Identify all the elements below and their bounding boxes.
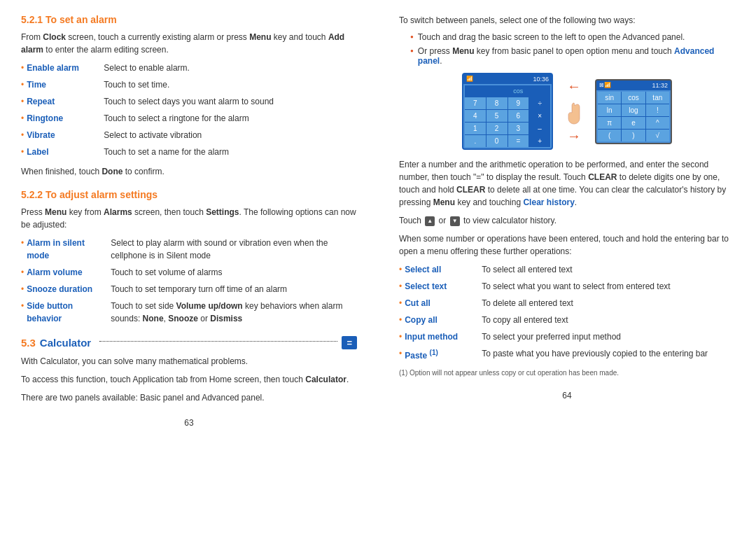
item-label-enable-alarm: Enable alarm <box>27 62 104 74</box>
calc-advanced-body: sin cos tan ln log ! π e ^ ( ) √ <box>596 90 671 143</box>
item-desc-select-text: To select what you want to select from e… <box>482 280 735 293</box>
calculator-advanced-screen: ⊠📶 11:32 sin cos tan ln log ! π e ^ ( <box>595 79 672 144</box>
item-label-side-button: Side buttonbehavior <box>27 300 111 325</box>
list-item: ● Touch and drag the basic screen to the… <box>410 32 735 42</box>
item-desc-side-button: Touch to set side Volume up/down key beh… <box>111 300 357 325</box>
switch-intro: To switch between panels, select one of … <box>399 14 735 27</box>
calc-cell: 1 <box>465 123 486 134</box>
list-item: ● Or press Menu key from basic panel to … <box>410 46 735 66</box>
calc-cell: 0 <box>486 135 507 147</box>
calc-basic-body: cos 7 8 9 ÷ 4 5 6 × 1 2 3 – . <box>463 84 552 148</box>
calc-basic-header: 📶 10:36 <box>463 74 552 84</box>
item-desc-paste: To paste what you have previously copied… <box>482 347 735 360</box>
bullet-icon: • <box>399 330 402 343</box>
calc-cell: cos <box>622 92 645 104</box>
bullet-icon: • <box>21 146 24 158</box>
calc-cell: π <box>598 117 621 129</box>
calc-history-text: Touch ▲ or ▼ to view calculator history. <box>399 214 735 227</box>
bullet-icon: • <box>21 95 24 108</box>
item-desc-time: Touch to set time. <box>104 78 357 91</box>
list-item: • Enable alarm Select to enable alarm. <box>21 62 357 74</box>
calc-cell: 7 <box>465 97 486 109</box>
bullet-icon: • <box>21 237 24 249</box>
item-label-silent-mode: Alarm in silentmode <box>27 237 111 262</box>
list-item: • Repeat Touch to select days you want a… <box>21 95 357 108</box>
section-522-intro: Press Menu key from Alarms screen, then … <box>21 206 357 231</box>
bullet-icon: • <box>399 263 402 276</box>
bullet-icon: • <box>21 283 24 295</box>
paste-footnote-ref: (1) <box>430 349 438 356</box>
footnote: (1) Option will not appear unless copy o… <box>399 369 735 377</box>
list-item: • Side buttonbehavior Touch to set side … <box>21 300 357 325</box>
item-label-ringtone: Ringtone <box>27 112 104 125</box>
calc-cell: 2 <box>486 123 507 134</box>
item-desc-input-method: To select your preferred input method <box>482 330 735 343</box>
page-number-right: 64 <box>399 391 735 400</box>
section-521-heading: 5.2.1 To set an alarm <box>21 14 357 25</box>
touch-hand-icon <box>560 97 588 125</box>
calculator-images-container: 📶 10:36 cos 7 8 9 ÷ 4 5 6 <box>399 73 735 150</box>
transition-arrows: ← → <box>560 78 588 144</box>
calc-cell: ÷ <box>529 97 550 109</box>
calc-cell: – <box>529 123 550 134</box>
calc-cell: + <box>529 135 550 147</box>
item-label-select-text: Select text <box>405 280 482 293</box>
list-item: • Vibrate Select to activate vibration <box>21 129 357 141</box>
calc-cell <box>465 85 507 97</box>
item-label-alarm-volume: Alarm volume <box>27 266 111 279</box>
item-label-paste: Paste (1) <box>405 347 482 362</box>
calc-cell: ) <box>622 130 645 141</box>
list-item: • Copy all To copy all entered text <box>399 314 735 326</box>
alarm-settings-list: • Enable alarm Select to enable alarm. •… <box>21 62 357 158</box>
item-desc-label: Touch to set a name for the alarm <box>104 146 357 158</box>
item-label-time: Time <box>27 78 104 91</box>
calc-cell: 8 <box>486 97 507 109</box>
bullet-icon: • <box>399 347 402 360</box>
bullet-icon: • <box>21 300 24 312</box>
item-desc-snooze: Touch to set temporary turn off time of … <box>111 283 357 295</box>
bullet-icon: • <box>21 266 24 279</box>
item-label-select-all: Select all <box>405 263 482 276</box>
list-item: • Alarm in silentmode Select to play ala… <box>21 237 357 262</box>
item-label-repeat: Repeat <box>27 95 104 108</box>
calc-cell: e <box>622 117 645 129</box>
item-label-snooze: Snooze duration <box>27 283 111 295</box>
calc-basic-signal: 📶 <box>466 76 473 83</box>
item-desc-silent-mode: Select to play alarm with sound or vibra… <box>111 237 357 262</box>
section-53-dots <box>99 341 337 342</box>
calc-cell: 4 <box>465 110 486 122</box>
bullet-icon: • <box>21 78 24 91</box>
switch-items-list: ● Touch and drag the basic screen to the… <box>410 32 735 66</box>
calculator-basic-screen: 📶 10:36 cos 7 8 9 ÷ 4 5 6 <box>462 73 553 150</box>
bullet-icon: • <box>21 129 24 141</box>
calc-cell: log <box>622 104 645 116</box>
item-label-input-method: Input method <box>405 330 482 343</box>
left-column: 5.2.1 To set an alarm From Clock screen,… <box>21 14 368 523</box>
calc-advanced-time: 11:32 <box>652 82 668 89</box>
page-number-left: 63 <box>21 418 357 428</box>
list-item: • Cut all To delete all entered text <box>399 297 735 309</box>
list-item: • Paste (1) To paste what you have previ… <box>399 347 735 362</box>
calc-basic-time: 10:36 <box>533 76 549 83</box>
down-arrow-icon: ▼ <box>450 216 460 226</box>
calculator-para2: To access this function, touch Applicati… <box>21 373 357 386</box>
switch-item-1: Touch and drag the basic screen to the l… <box>418 32 685 42</box>
section-522-heading: 5.2.2 To adjust alarm settings <box>21 189 357 200</box>
calculator-para1: With Calculator, you can solve many math… <box>21 355 357 368</box>
list-item: • Ringtone Touch to select a ringtone fo… <box>21 112 357 125</box>
calc-cell: 9 <box>508 97 529 109</box>
item-desc-alarm-volume: Touch to set volume of alarms <box>111 266 357 279</box>
list-item: • Alarm volume Touch to set volume of al… <box>21 266 357 279</box>
item-desc-vibrate: Select to activate vibration <box>104 129 357 141</box>
list-item: • Snooze duration Touch to set temporary… <box>21 283 357 295</box>
switch-item-2: Or press Menu key from basic panel to op… <box>418 46 735 66</box>
calc-basic-grid: cos 7 8 9 ÷ 4 5 6 × 1 2 3 – . <box>465 85 550 147</box>
item-label-copy-all: Copy all <box>405 314 482 326</box>
equals-icon: = <box>342 336 357 349</box>
calculator-para3: There are two panels available: Basic pa… <box>21 391 357 404</box>
calc-cell: sin <box>598 92 621 104</box>
right-arrow-icon: → <box>567 128 581 144</box>
item-desc-select-all: To select all entered text <box>482 263 735 276</box>
right-column: To switch between panels, select one of … <box>388 14 735 523</box>
calc-cell: tan <box>646 92 669 104</box>
